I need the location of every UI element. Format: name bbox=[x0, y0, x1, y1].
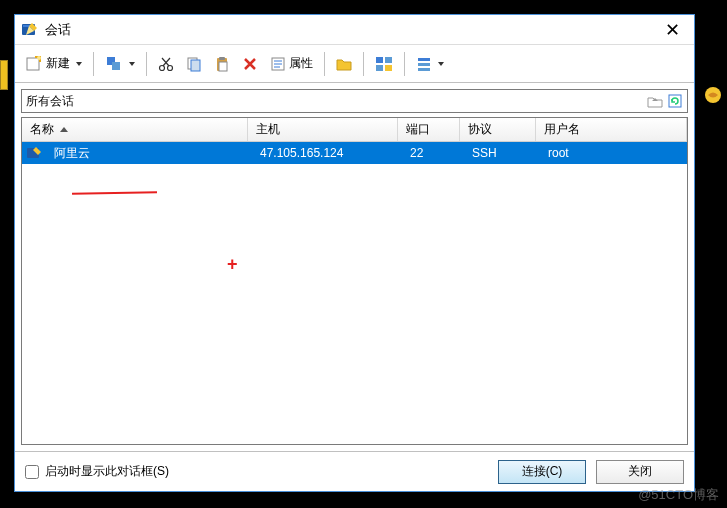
copy-session-button[interactable] bbox=[101, 52, 139, 76]
svg-rect-12 bbox=[219, 57, 225, 60]
row-protocol: SSH bbox=[464, 146, 540, 160]
row-port: 22 bbox=[402, 146, 464, 160]
row-host: 47.105.165.124 bbox=[252, 146, 402, 160]
col-protocol[interactable]: 协议 bbox=[460, 118, 536, 141]
window-title: 会话 bbox=[45, 21, 657, 39]
list-view-icon bbox=[416, 56, 432, 72]
list-body: + bbox=[22, 164, 687, 444]
svg-point-8 bbox=[168, 65, 173, 70]
copy-button[interactable] bbox=[182, 53, 206, 75]
up-folder-icon[interactable] bbox=[647, 93, 663, 109]
delete-button[interactable] bbox=[238, 53, 262, 75]
view-button[interactable] bbox=[412, 53, 448, 75]
annotation-plus: + bbox=[227, 254, 238, 275]
copy-icon bbox=[186, 56, 202, 72]
folder-icon bbox=[336, 56, 352, 72]
folder-button[interactable] bbox=[332, 53, 356, 75]
connect-button[interactable]: 连接(C) bbox=[498, 460, 586, 484]
cut-button[interactable] bbox=[154, 53, 178, 75]
svg-rect-6 bbox=[112, 62, 120, 70]
list-header: 名称 主机 端口 协议 用户名 bbox=[22, 118, 687, 142]
dropdown-arrow-icon bbox=[129, 62, 135, 66]
bg-app-icon bbox=[704, 86, 722, 104]
watermark: @51CTO博客 bbox=[638, 486, 719, 504]
row-name: 阿里云 bbox=[46, 145, 252, 162]
col-host[interactable]: 主机 bbox=[248, 118, 398, 141]
col-name[interactable]: 名称 bbox=[22, 118, 248, 141]
close-dialog-button[interactable]: 关闭 bbox=[596, 460, 684, 484]
session-path-field[interactable]: 所有会话 bbox=[21, 89, 688, 113]
row-username: root bbox=[540, 146, 687, 160]
svg-rect-25 bbox=[669, 95, 681, 107]
svg-rect-22 bbox=[418, 58, 430, 61]
col-port[interactable]: 端口 bbox=[398, 118, 460, 141]
svg-rect-13 bbox=[219, 62, 227, 71]
new-icon bbox=[25, 55, 43, 73]
app-icon bbox=[21, 21, 39, 39]
session-list: 名称 主机 端口 协议 用户名 阿里云 47.105.165.124 22 SS… bbox=[21, 117, 688, 445]
toolbar: 新建 bbox=[15, 45, 694, 83]
startup-checkbox[interactable]: 启动时显示此对话框(S) bbox=[25, 463, 488, 480]
session-icon bbox=[26, 145, 42, 161]
paste-icon bbox=[214, 56, 230, 72]
session-row-selected[interactable]: 阿里云 47.105.165.124 22 SSH root bbox=[22, 142, 687, 164]
svg-rect-20 bbox=[376, 65, 383, 71]
startup-checkbox-input[interactable] bbox=[25, 465, 39, 479]
svg-rect-3 bbox=[27, 58, 39, 70]
copy-session-icon bbox=[105, 55, 123, 73]
close-button[interactable]: ✕ bbox=[657, 19, 688, 41]
properties-label: 属性 bbox=[289, 55, 313, 72]
delete-icon bbox=[242, 56, 258, 72]
sessions-dialog: 会话 ✕ 新建 bbox=[14, 14, 695, 492]
col-username[interactable]: 用户名 bbox=[536, 118, 687, 141]
startup-checkbox-label: 启动时显示此对话框(S) bbox=[45, 463, 169, 480]
grid-icon bbox=[375, 56, 393, 72]
svg-point-4 bbox=[37, 56, 41, 60]
dialog-footer: 启动时显示此对话框(S) 连接(C) 关闭 bbox=[15, 451, 694, 491]
new-label: 新建 bbox=[46, 55, 70, 72]
dropdown-arrow-icon bbox=[76, 62, 82, 66]
session-path-text: 所有会话 bbox=[26, 93, 647, 110]
svg-rect-10 bbox=[191, 60, 200, 71]
sort-asc-icon bbox=[60, 127, 68, 132]
annotation-underline bbox=[72, 188, 157, 194]
svg-rect-19 bbox=[385, 57, 392, 63]
new-button[interactable]: 新建 bbox=[21, 52, 86, 76]
grid-button[interactable] bbox=[371, 53, 397, 75]
refresh-icon[interactable] bbox=[667, 93, 683, 109]
properties-button[interactable]: 属性 bbox=[266, 52, 317, 75]
properties-icon bbox=[270, 56, 286, 72]
svg-point-7 bbox=[160, 65, 165, 70]
svg-rect-21 bbox=[385, 65, 392, 71]
svg-rect-23 bbox=[418, 63, 430, 66]
svg-rect-24 bbox=[418, 68, 430, 71]
scissors-icon bbox=[158, 56, 174, 72]
paste-button[interactable] bbox=[210, 53, 234, 75]
titlebar: 会话 ✕ bbox=[15, 15, 694, 45]
dropdown-arrow-icon bbox=[438, 62, 444, 66]
svg-rect-18 bbox=[376, 57, 383, 63]
